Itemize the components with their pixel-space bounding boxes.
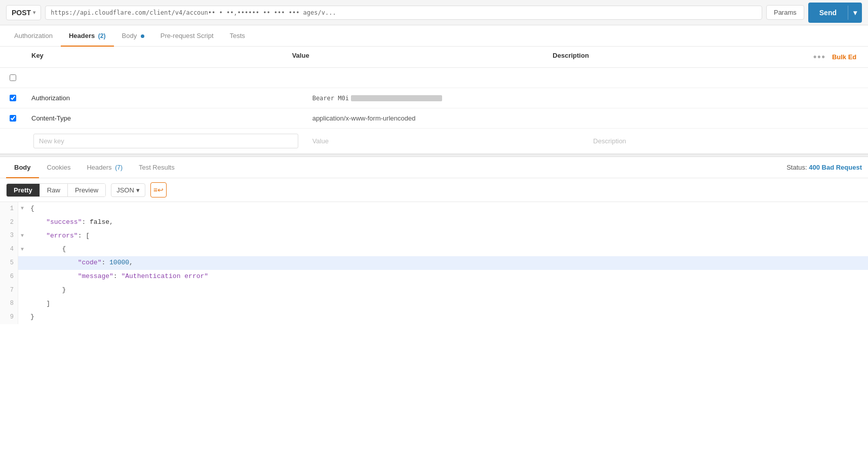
headers-badge: (2) <box>98 32 106 39</box>
headers-table-header: Key Value Description ••• Bulk Ed <box>0 47 868 68</box>
new-header-row: Value Description <box>0 129 868 153</box>
view-btn-group: Pretty Raw Preview <box>6 183 106 197</box>
format-label: JSON <box>116 186 134 194</box>
url-bar: POST ▾ Params Send ▾ <box>0 0 868 25</box>
status-code: 400 Bad Request <box>809 164 862 171</box>
line-number-5: 5 <box>0 256 18 270</box>
line-number-2: 2 <box>0 216 18 229</box>
tab-response-body[interactable]: Body <box>6 157 39 178</box>
line-toggle-4[interactable]: ▼ <box>18 243 26 256</box>
line-content-8: ] <box>26 297 868 311</box>
tab-tests[interactable]: Tests <box>222 26 253 47</box>
line-toggle-2 <box>18 216 26 229</box>
row-3-value: application/x-www-form-urlencoded <box>306 110 587 126</box>
tab-headers[interactable]: Headers (2) <box>61 26 114 47</box>
line-toggle-5 <box>18 256 26 270</box>
tab-authorization[interactable]: Authorization <box>6 26 61 47</box>
json-line-7: 7 } <box>0 284 868 297</box>
line-number-7: 7 <box>0 284 18 297</box>
tab-test-results[interactable]: Test Results <box>131 157 183 178</box>
format-chevron-icon: ▾ <box>136 186 140 194</box>
row-3-key: Content-Type <box>25 110 306 126</box>
line-content-2: "success": false, <box>26 216 868 229</box>
response-header: Body Cookies Headers (7) Test Results St… <box>0 157 868 178</box>
response-tabs: Body Cookies Headers (7) Test Results <box>6 157 183 178</box>
line-content-1: { <box>26 202 868 216</box>
json-line-2: 2 "success": false, <box>0 216 868 229</box>
line-number-4: 4 <box>0 243 18 256</box>
method-selector[interactable]: POST ▾ <box>6 5 41 20</box>
line-toggle-6 <box>18 270 26 284</box>
checkbox-col-3[interactable] <box>0 115 25 122</box>
new-key-input[interactable] <box>33 134 298 148</box>
row-1-checkbox[interactable] <box>10 74 16 81</box>
row-3-checkbox[interactable] <box>10 115 16 122</box>
new-value-placeholder: Value <box>306 133 587 149</box>
more-icon[interactable]: ••• <box>813 52 826 62</box>
line-toggle-9 <box>18 310 26 324</box>
send-button-label: Send <box>808 6 848 20</box>
line-content-9: } <box>26 310 868 324</box>
new-key-col[interactable] <box>25 129 306 153</box>
header-row-authorization: Authorization Bearer M0i <box>0 88 868 108</box>
bulk-edit-btn[interactable]: Bulk Ed <box>832 53 856 61</box>
send-dropdown-icon[interactable]: ▾ <box>848 6 862 20</box>
tab-response-cookies[interactable]: Cookies <box>39 157 79 178</box>
header-col-value: Value <box>286 50 547 64</box>
json-line-6: 6 "message": "Authentication error" <box>0 270 868 284</box>
line-number-1: 1 <box>0 202 18 216</box>
view-preview-btn[interactable]: Preview <box>68 184 105 196</box>
response-headers-badge: (7) <box>115 164 123 171</box>
response-toolbar: Pretty Raw Preview JSON ▾ ≡↩ <box>0 178 868 202</box>
send-button[interactable]: Send ▾ <box>808 3 862 23</box>
tab-response-headers[interactable]: Headers (7) <box>78 157 130 178</box>
row-1-value <box>306 74 587 82</box>
wrap-button[interactable]: ≡↩ <box>150 182 167 197</box>
body-dot <box>141 34 144 38</box>
checkbox-col-2[interactable] <box>0 95 25 101</box>
row-2-checkbox[interactable] <box>10 95 16 101</box>
wrap-lines-icon: ≡↩ <box>153 186 164 194</box>
url-input[interactable] <box>45 6 762 20</box>
line-content-7: } <box>26 284 868 297</box>
view-pretty-btn[interactable]: Pretty <box>7 184 40 196</box>
line-toggle-1[interactable]: ▼ <box>18 202 26 216</box>
row-1-desc <box>587 74 868 82</box>
row-3-desc <box>587 114 868 123</box>
json-line-5: 5 "code": 10000, <box>0 256 868 270</box>
json-line-4: 4 ▼ { <box>0 243 868 256</box>
header-row-empty <box>0 68 868 88</box>
line-content-6: "message": "Authentication error" <box>26 270 868 284</box>
line-number-9: 9 <box>0 310 18 324</box>
format-selector[interactable]: JSON ▾ <box>111 183 145 197</box>
row-2-desc <box>587 94 868 102</box>
method-text: POST <box>12 9 31 17</box>
tab-body[interactable]: Body <box>114 26 152 47</box>
line-number-3: 3 <box>0 229 18 243</box>
params-button[interactable]: Params <box>766 5 804 20</box>
header-row-content-type: Content-Type application/x-www-form-urle… <box>0 108 868 129</box>
bearer-token-redacted <box>351 95 442 101</box>
json-line-8: 8 ] <box>0 297 868 311</box>
new-desc-placeholder: Description <box>587 133 868 149</box>
row-2-value: Bearer M0i <box>306 91 587 106</box>
row-2-key: Authorization <box>25 90 306 106</box>
line-number-6: 6 <box>0 270 18 284</box>
json-line-3: 3 ▼ "errors": [ <box>0 229 868 243</box>
header-col-key: Key <box>25 50 286 64</box>
header-col-desc: Description <box>546 50 807 64</box>
chevron-down-icon: ▾ <box>33 10 35 15</box>
line-toggle-3[interactable]: ▼ <box>18 229 26 243</box>
line-toggle-7 <box>18 284 26 297</box>
request-tabs: Authorization Headers (2) Body Pre-reque… <box>0 25 868 47</box>
response-status: Status: 400 Bad Request <box>786 164 862 171</box>
row-1-key <box>25 74 306 82</box>
header-col-actions: ••• Bulk Ed <box>807 50 868 64</box>
header-col-check <box>0 50 25 64</box>
line-content-4: { <box>26 243 868 256</box>
view-raw-btn[interactable]: Raw <box>40 184 68 196</box>
line-content-5: "code": 10000, <box>26 256 868 270</box>
json-code-view: 1 ▼ { 2 "success": false, 3 ▼ "errors": … <box>0 202 868 324</box>
tab-pre-request[interactable]: Pre-request Script <box>152 26 222 47</box>
checkbox-col-1[interactable] <box>0 74 25 81</box>
